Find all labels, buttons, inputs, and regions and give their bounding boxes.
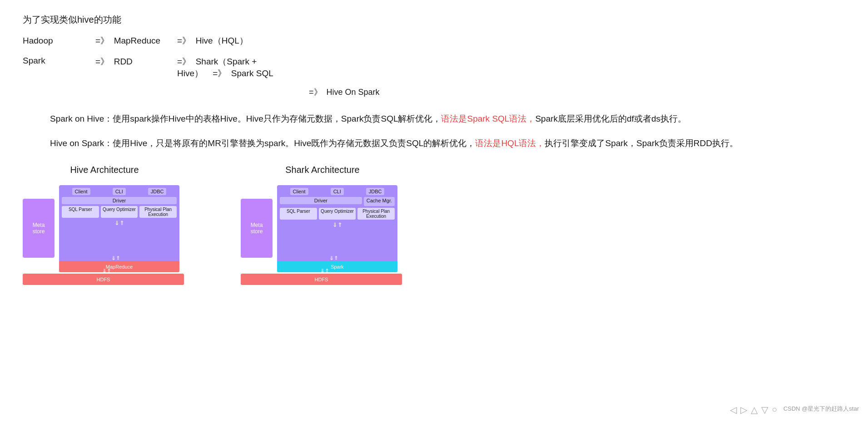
spark-on-hive-desc: Spark on Hive：使用spark操作Hive中的表格Hive。Hive… bbox=[50, 111, 845, 127]
shark-jdbc: JDBC bbox=[366, 188, 385, 195]
shark-cli: CLI bbox=[331, 188, 344, 195]
hive-sql-parser: SQL Parser bbox=[62, 206, 99, 218]
hive-hql-label: Hive（HQL） bbox=[196, 36, 248, 45]
hadoop-label: Hadoop bbox=[23, 36, 95, 46]
hadoop-arrow1: =》 MapReduce bbox=[95, 35, 177, 47]
nav-arrows: ◁ ▷ △ ▽ ○ bbox=[730, 404, 777, 415]
shark-architecture-block: Shark Architecture Metastore ⇔ Client CL… bbox=[241, 165, 404, 285]
hivespark-arrow: =》 bbox=[309, 88, 327, 97]
hadoop-arrow2: =》 Hive（HQL） bbox=[177, 35, 304, 47]
hive-physical-plan: Physical Plan Execution bbox=[139, 206, 177, 218]
hive-query-optimizer: Query Optimizer bbox=[101, 206, 138, 218]
nav-arrow-5[interactable]: ○ bbox=[772, 404, 777, 415]
spark-label: Spark bbox=[23, 56, 95, 66]
shark-hdfs: HDFS bbox=[241, 274, 402, 285]
nav-arrow-1[interactable]: ◁ bbox=[730, 404, 737, 415]
shark-spark: Spark bbox=[277, 261, 397, 272]
comparison-row-spark: Spark =》 RDD =》 Shark（Spark + Hive） =》 S… bbox=[23, 56, 845, 98]
hive-diagram: Metastore ⇔ Client CLI JDBC Driver SQL P… bbox=[23, 181, 186, 285]
spark-on-hive-prefix: Spark on Hive：使用spark操作Hive中的表格Hive。Hive… bbox=[50, 114, 441, 123]
watermark: CSDN @星光下的赶路人star bbox=[784, 405, 859, 413]
shark-metastore: Metastore bbox=[241, 199, 273, 258]
shark-query-optimizer: Query Optimizer bbox=[319, 208, 356, 220]
shark-cache-mgr: Cache Mgr. bbox=[364, 197, 395, 206]
hive-driver: Driver bbox=[62, 197, 177, 204]
shark-physical-plan: Physical Plan Execution bbox=[357, 208, 395, 220]
hive-cli: CLI bbox=[113, 188, 126, 195]
hive-on-spark-red: 语法是HQL语法， bbox=[475, 138, 545, 148]
hive-metastore: Metastore bbox=[23, 199, 55, 258]
spark-on-hive-red: 语法是Spark SQL语法， bbox=[441, 114, 535, 123]
shark-label: =》 Shark（Spark + Hive） =》 Spark SQL bbox=[177, 56, 304, 79]
mapreduce-label: MapReduce bbox=[114, 36, 160, 45]
hive-client-row: Client CLI JDBC bbox=[62, 188, 177, 195]
shark-driver: Driver bbox=[280, 197, 362, 204]
hive-hdfs: HDFS bbox=[23, 274, 184, 285]
hive-jdbc: JDBC bbox=[148, 188, 167, 195]
hive-on-spark-label: Hive On Spark bbox=[327, 88, 380, 97]
hive-inner-row: SQL Parser Query Optimizer Physical Plan… bbox=[62, 206, 177, 218]
sparksql-label: Spark SQL bbox=[231, 69, 273, 78]
arch-section: Hive Architecture Metastore ⇔ Client CLI… bbox=[23, 165, 845, 285]
nav-arrow-4[interactable]: ▽ bbox=[761, 404, 768, 415]
shark-client: Client bbox=[290, 188, 308, 195]
hive-on-spark-desc: Hive on Spark：使用Hive，只是将原有的MR引擎替换为spark。… bbox=[50, 136, 845, 151]
spark-on-hive-suffix: Spark底层采用优化后的df或者ds执行。 bbox=[535, 114, 686, 123]
hive-client: Client bbox=[72, 188, 90, 195]
comparison-row-hadoop: Hadoop =》 MapReduce =》 Hive（HQL） bbox=[23, 35, 845, 47]
hive-on-spark-suffix: 执行引擎变成了Spark，Spark负责采用RDD执行。 bbox=[545, 138, 738, 148]
nav-arrow-2[interactable]: ▷ bbox=[740, 404, 747, 415]
nav-arrow-3[interactable]: △ bbox=[751, 404, 758, 415]
spark-arrow1: =》 RDD bbox=[95, 56, 177, 68]
hive-arch-title: Hive Architecture bbox=[70, 165, 139, 175]
comparison-table: Hadoop =》 MapReduce =》 Hive（HQL） Spark =… bbox=[23, 35, 845, 98]
shark-arch-title: Shark Architecture bbox=[285, 165, 359, 175]
page-title: 为了实现类似hive的功能 bbox=[23, 14, 845, 26]
shark-sql-parser: SQL Parser bbox=[280, 208, 317, 220]
shark-diagram: Metastore ⇔ Client CLI JDBC Driver Cache… bbox=[241, 181, 404, 285]
hive-architecture-block: Hive Architecture Metastore ⇔ Client CLI… bbox=[23, 165, 186, 285]
hive-on-spark-prefix: Hive on Spark：使用Hive，只是将原有的MR引擎替换为spark。… bbox=[50, 138, 475, 148]
rdd-label: RDD bbox=[114, 57, 133, 66]
shark-top-row: Client CLI JDBC bbox=[280, 188, 395, 195]
shark-inner-row: SQL Parser Query Optimizer Physical Plan… bbox=[280, 208, 395, 220]
hive-mapreduce: MapReduce bbox=[59, 261, 179, 272]
